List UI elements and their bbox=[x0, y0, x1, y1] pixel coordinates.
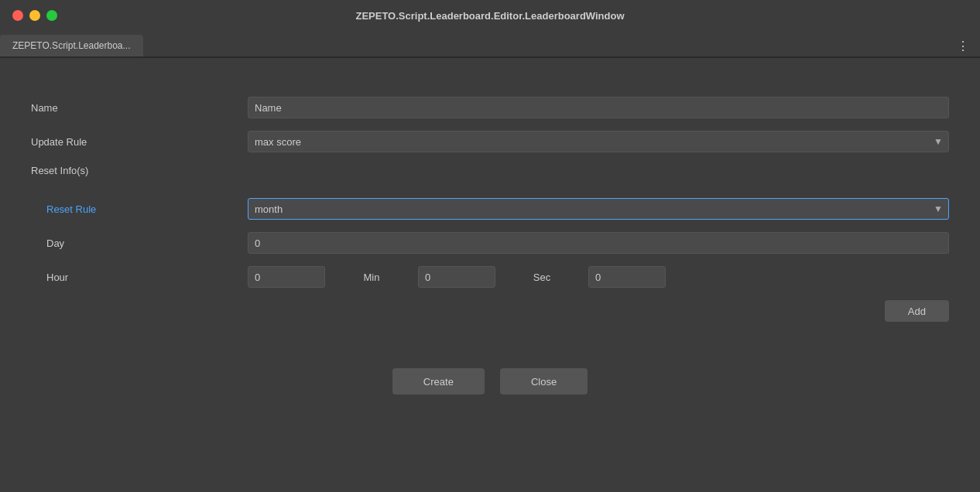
divider bbox=[0, 57, 980, 58]
tab-leaderboard[interactable]: ZEPETO.Script.Leaderboa... bbox=[0, 35, 143, 56]
time-fields: Min Sec bbox=[248, 266, 949, 288]
tab-label: ZEPETO.Script.Leaderboa... bbox=[12, 40, 131, 51]
maximize-button[interactable] bbox=[46, 10, 57, 21]
reset-rule-row: Reset Rule month week day hour none ▼ bbox=[31, 198, 949, 220]
time-row: Hour Min Sec bbox=[31, 266, 949, 288]
title-bar: ZEPETO.Script.Leaderboard.Editor.Leaderb… bbox=[0, 0, 980, 31]
create-button[interactable]: Create bbox=[392, 368, 485, 395]
minimize-button[interactable] bbox=[29, 10, 40, 21]
day-row: Day bbox=[31, 232, 949, 254]
tab-bar: ZEPETO.Script.Leaderboa... ⋮ bbox=[0, 31, 980, 57]
add-button[interactable]: Add bbox=[885, 300, 949, 322]
update-rule-select-wrapper: max score min score latest score ▼ bbox=[248, 131, 949, 152]
update-rule-row: Update Rule max score min score latest s… bbox=[31, 131, 949, 152]
hour-input[interactable] bbox=[248, 266, 325, 288]
bottom-buttons: Create Close bbox=[31, 368, 949, 395]
reset-infos-label: Reset Info(s) bbox=[31, 165, 248, 176]
reset-rule-select-wrapper: month week day hour none ▼ bbox=[248, 198, 949, 220]
hour-label: Hour bbox=[31, 272, 248, 283]
min-input[interactable] bbox=[418, 266, 495, 288]
close-button[interactable] bbox=[12, 10, 23, 21]
window-title: ZEPETO.Script.Leaderboard.Editor.Leaderb… bbox=[355, 10, 624, 22]
close-main-button[interactable]: Close bbox=[500, 368, 588, 395]
name-label: Name bbox=[31, 102, 248, 114]
min-label: Min bbox=[325, 272, 418, 283]
update-rule-label: Update Rule bbox=[31, 136, 248, 148]
main-content: Name Update Rule max score min score lat… bbox=[0, 73, 980, 418]
update-rule-select[interactable]: max score min score latest score bbox=[248, 131, 949, 152]
add-row: Add bbox=[31, 300, 949, 322]
tab-more-button[interactable]: ⋮ bbox=[947, 35, 980, 56]
name-row: Name bbox=[31, 97, 949, 118]
day-label: Day bbox=[31, 237, 248, 249]
day-input[interactable] bbox=[248, 232, 949, 254]
more-icon: ⋮ bbox=[957, 39, 971, 53]
window-controls bbox=[12, 10, 57, 21]
sec-label: Sec bbox=[495, 272, 588, 283]
name-input[interactable] bbox=[248, 97, 949, 118]
reset-infos-row: Reset Info(s) bbox=[31, 165, 949, 186]
reset-rule-select[interactable]: month week day hour none bbox=[248, 198, 949, 220]
reset-rule-label: Reset Rule bbox=[31, 203, 248, 215]
sec-input[interactable] bbox=[588, 266, 666, 288]
